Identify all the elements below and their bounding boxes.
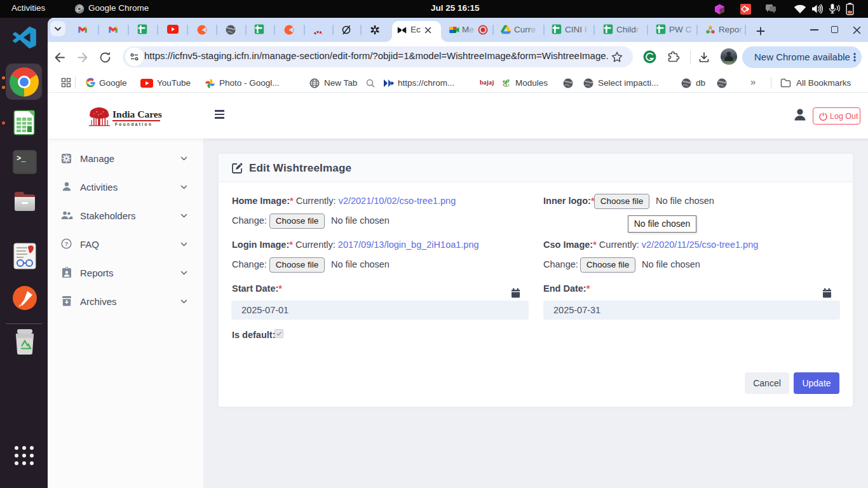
svg-text:?: ? bbox=[65, 240, 69, 247]
svg-text:>_: >_ bbox=[17, 154, 26, 163]
